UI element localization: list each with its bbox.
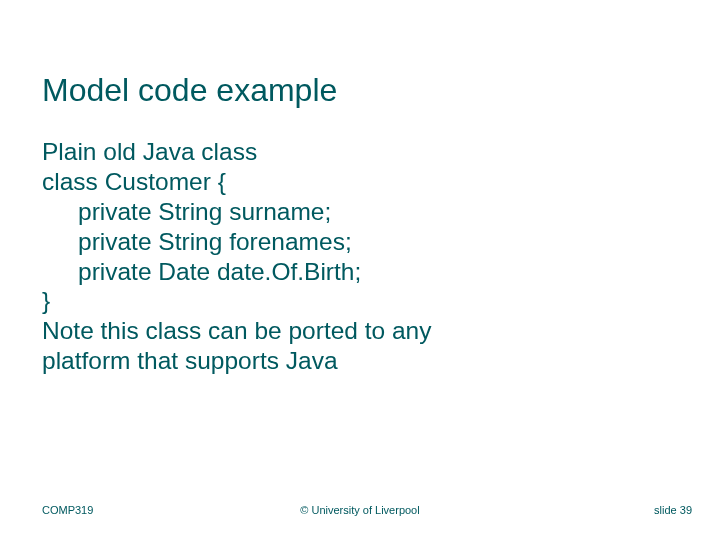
footer: COMP319 © University of Liverpool slide … bbox=[0, 504, 720, 516]
footer-course-code: COMP319 bbox=[42, 504, 93, 516]
body-line: platform that supports Java bbox=[42, 346, 678, 376]
body-line: } bbox=[42, 286, 678, 316]
body-line-indented: private Date date.Of.Birth; bbox=[42, 257, 678, 287]
body-line-indented: private String surname; bbox=[42, 197, 678, 227]
footer-slide-number: slide 39 bbox=[654, 504, 692, 516]
body-line: class Customer { bbox=[42, 167, 678, 197]
footer-copyright: © University of Liverpool bbox=[300, 504, 419, 516]
slide: Model code example Plain old Java class … bbox=[0, 0, 720, 540]
slide-body: Plain old Java class class Customer { pr… bbox=[42, 137, 678, 376]
slide-title: Model code example bbox=[42, 72, 678, 109]
body-line-indented: private String forenames; bbox=[42, 227, 678, 257]
body-line: Plain old Java class bbox=[42, 137, 678, 167]
body-line: Note this class can be ported to any bbox=[42, 316, 678, 346]
